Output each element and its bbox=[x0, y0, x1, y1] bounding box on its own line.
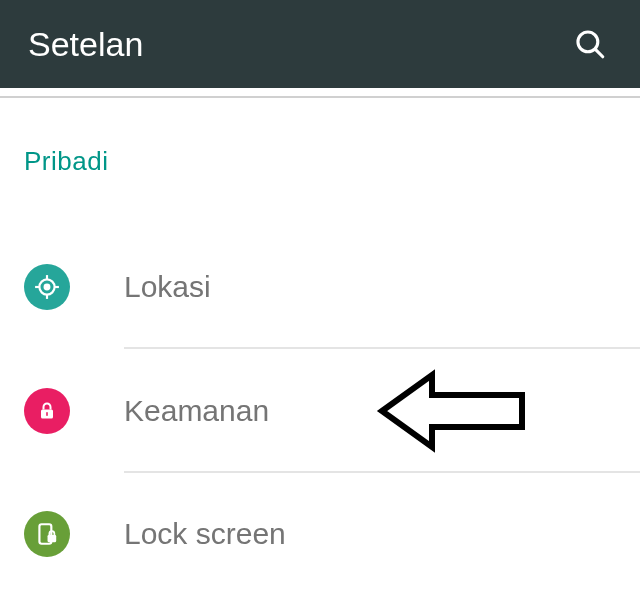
page-title: Setelan bbox=[28, 25, 143, 64]
list-item-label: Keamanan bbox=[124, 394, 269, 428]
settings-section: Pribadi Lokasi bbox=[0, 98, 640, 591]
icon-wrap bbox=[24, 511, 124, 557]
annotation-arrow-icon bbox=[374, 361, 534, 461]
list-item-location[interactable]: Lokasi bbox=[24, 225, 616, 349]
icon-wrap bbox=[24, 388, 124, 434]
list-item-lock-screen[interactable]: Lock screen bbox=[24, 473, 616, 591]
settings-list: Lokasi Keamanan bbox=[24, 225, 616, 591]
list-item-label: Lokasi bbox=[124, 270, 211, 304]
search-button[interactable] bbox=[568, 22, 612, 66]
svg-rect-9 bbox=[46, 412, 48, 416]
svg-rect-11 bbox=[48, 535, 57, 542]
list-item-label: Lock screen bbox=[124, 517, 286, 551]
phone-lock-icon bbox=[24, 511, 70, 557]
location-icon bbox=[24, 264, 70, 310]
svg-line-1 bbox=[595, 49, 602, 56]
lock-icon bbox=[24, 388, 70, 434]
icon-wrap bbox=[24, 264, 124, 310]
list-item-security[interactable]: Keamanan bbox=[24, 349, 616, 473]
app-bar: Setelan bbox=[0, 0, 640, 88]
svg-point-3 bbox=[45, 285, 50, 290]
search-icon bbox=[573, 27, 607, 61]
section-header-personal: Pribadi bbox=[24, 146, 616, 177]
